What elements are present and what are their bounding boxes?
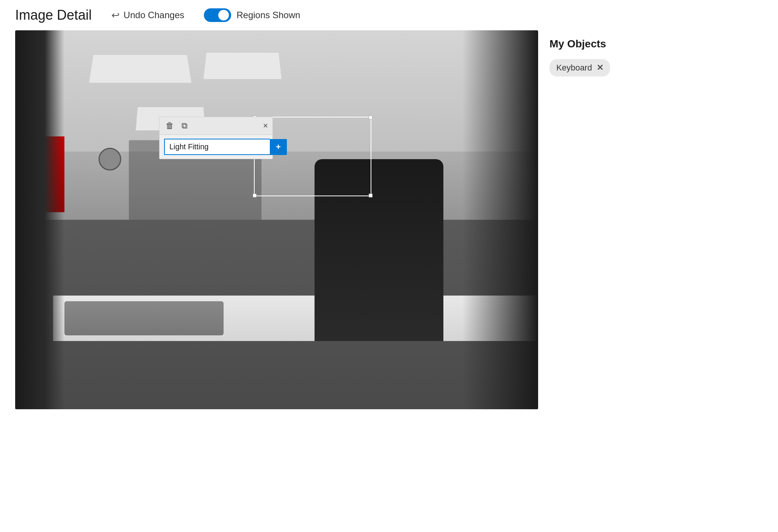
annotation-input-row: + (160, 135, 272, 159)
annotation-label-input[interactable] (164, 139, 270, 155)
ceiling-light-2 (203, 52, 282, 79)
corner-handle-tr[interactable] (369, 116, 373, 119)
header: Image Detail ↩ Undo Changes Regions Show… (0, 0, 778, 30)
regions-toggle-group: Regions Shown (204, 8, 300, 22)
close-annotation-button[interactable]: × (263, 121, 268, 131)
dark-beam (15, 30, 64, 409)
ceiling-light-1 (89, 55, 192, 83)
annotation-popup: 🗑 ⧉ × + (159, 117, 273, 159)
undo-icon: ↩ (111, 9, 120, 21)
layers-icon: ⧉ (182, 121, 188, 130)
room-image (15, 30, 538, 409)
corner-handle-br[interactable] (369, 194, 373, 197)
right-shadow (462, 30, 538, 409)
delete-icon: 🗑 (166, 121, 174, 130)
sidebar: My Objects Keyboard ✕ (549, 30, 763, 532)
object-tag-label: Keyboard (556, 63, 592, 73)
main-layout: 🗑 ⧉ × + My Objects Keyboard ✕ (0, 30, 778, 532)
undo-label: Undo Changes (124, 10, 184, 20)
keyboard-on-desk (64, 301, 224, 335)
remove-object-button[interactable]: ✕ (596, 64, 603, 72)
image-canvas[interactable]: 🗑 ⧉ × + (15, 30, 538, 409)
undo-button[interactable]: ↩ Undo Changes (107, 7, 189, 23)
regions-toggle[interactable] (204, 8, 231, 22)
object-tag-keyboard: Keyboard ✕ (549, 59, 610, 77)
regions-toggle-label: Regions Shown (236, 10, 300, 20)
wall-clock (99, 148, 121, 171)
annotation-add-button[interactable]: + (270, 139, 287, 155)
sidebar-title: My Objects (549, 38, 763, 50)
layers-button[interactable]: ⧉ (180, 120, 189, 131)
delete-annotation-button[interactable]: 🗑 (164, 120, 175, 131)
annotation-toolbar: 🗑 ⧉ × (160, 117, 272, 135)
page-title: Image Detail (15, 7, 92, 23)
corner-handle-bl[interactable] (253, 194, 257, 197)
